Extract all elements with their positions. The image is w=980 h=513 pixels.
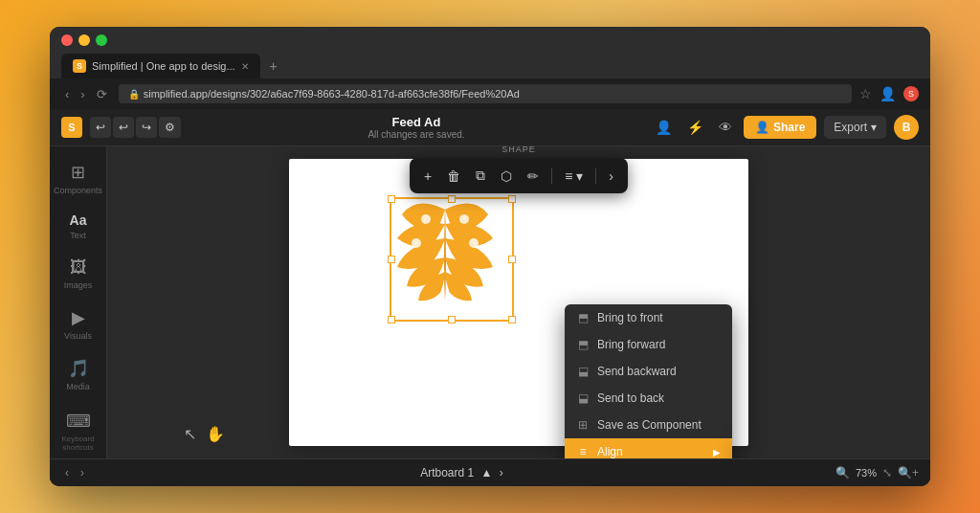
tab-bar: S Simplified | One app to desig... ✕ + [61, 54, 919, 78]
nav-forward-button[interactable]: › [77, 85, 88, 103]
copy-element-button[interactable]: ⧉ [471, 164, 490, 188]
eye-icon[interactable]: 👁 [715, 118, 736, 137]
lock-icon: 🔒 [128, 89, 140, 100]
export-arrow-icon: ▾ [871, 121, 877, 134]
context-menu-align[interactable]: ≡ Align ▶ ⬒ Top [565, 438, 732, 458]
bookmark-icon[interactable]: ☆ [859, 86, 872, 101]
project-title: Feed Ad [392, 115, 441, 129]
browser-chrome: S Simplified | One app to desig... ✕ + [50, 27, 930, 78]
app-content: S ↩ ↩ ↪ ⚙ Feed Ad All changes are saved.… [50, 109, 930, 486]
artboard-expand-icon[interactable]: › [500, 466, 503, 480]
tool-indicators: ↖ ✋ [184, 425, 225, 443]
leaf-svg [388, 195, 502, 310]
tab-title: Simplified | One app to desig... [92, 60, 235, 72]
context-menu-bring-to-front[interactable]: ⬒ Bring to front [565, 304, 732, 331]
sidebar-label-images: Images [64, 280, 93, 290]
traffic-light-yellow[interactable] [78, 34, 90, 46]
zoom-controls: 🔍 73% ⤡ 🔍+ [835, 466, 919, 480]
prev-artboard-button[interactable]: ‹ [61, 464, 73, 481]
browser-tab[interactable]: S Simplified | One app to desig... ✕ [61, 54, 260, 78]
text-icon: Aa [70, 212, 87, 228]
align-label: Align [597, 445, 623, 458]
send-backward-icon: ⬓ [576, 365, 590, 378]
next-artboard-button[interactable]: › [77, 464, 88, 481]
traffic-lights [61, 34, 919, 46]
sidebar-item-media[interactable]: 🎵 Media [54, 350, 103, 399]
layers-button[interactable]: ≡ ▾ [560, 165, 588, 188]
fit-screen-button[interactable]: ⤡ [882, 466, 892, 480]
bring-forward-label: Bring forward [597, 338, 665, 351]
more-button[interactable]: › [604, 165, 618, 188]
context-menu: ⬒ Bring to front ⬒ Bring forward ⬓ Send … [565, 304, 732, 458]
zoom-level: 73% [856, 467, 877, 479]
bring-forward-icon: ⬒ [576, 338, 590, 351]
context-menu-save-component[interactable]: ⊞ Save as Component [565, 412, 732, 438]
context-menu-send-backward[interactable]: ⬓ Send backward [565, 358, 732, 385]
artboard-name: Artboard 1 ▲ › [96, 466, 828, 480]
sidebar-label-components: Components [54, 186, 102, 195]
lightning-icon[interactable]: ⚡ [683, 118, 707, 137]
context-menu-bring-forward[interactable]: ⬒ Bring forward [565, 331, 732, 358]
components-icon: ⊞ [71, 162, 85, 183]
toolbar-nav: ↩ ↩ ↪ ⚙ [90, 117, 181, 138]
link-element-button[interactable]: ⬡ [496, 165, 517, 188]
traffic-light-green[interactable] [96, 34, 107, 46]
send-to-back-icon: ⬓ [576, 391, 590, 405]
share-button[interactable]: 👤 Share [744, 116, 816, 139]
app-toolbar: S ↩ ↩ ↪ ⚙ Feed Ad All changes are saved.… [50, 109, 930, 146]
tab-close-icon[interactable]: ✕ [241, 61, 249, 72]
bring-to-front-label: Bring to front [597, 311, 663, 324]
canvas-area[interactable]: SHAPE + 🗑 ⧉ ⬡ ✏ ≡ ▾ › [107, 146, 930, 458]
browser-actions: ☆ 👤 S [859, 86, 919, 101]
url-field[interactable]: 🔒 simplified.app/designs/302/a6ac7f69-86… [119, 84, 852, 103]
hand-icon: ✋ [206, 425, 225, 443]
white-canvas[interactable]: ⬒ Bring to front ⬒ Bring forward ⬓ Send … [289, 159, 748, 446]
send-backward-label: Send backward [597, 365, 677, 378]
sidebar-label-text: Text [70, 231, 86, 240]
context-menu-send-to-back[interactable]: ⬓ Send to back [565, 385, 732, 412]
toolbar-divider [551, 168, 552, 184]
align-arrow-icon: ▶ [713, 447, 721, 457]
nav-back-button[interactable]: ‹ [61, 85, 73, 103]
zoom-out-button[interactable]: 🔍 [835, 466, 850, 480]
traffic-light-red[interactable] [61, 34, 73, 46]
left-sidebar: ⊞ Components Aa Text 🖼 Images ▶ Visuals … [50, 146, 107, 458]
tab-favicon: S [73, 59, 86, 73]
align-icon: ≡ [576, 445, 590, 458]
sidebar-item-text[interactable]: Aa Text [54, 205, 103, 248]
user-avatar[interactable]: B [894, 115, 919, 140]
settings-button[interactable]: ⚙ [159, 117, 181, 138]
nav-buttons: ‹ › ⟳ [61, 85, 111, 103]
sidebar-item-components[interactable]: ⊞ Components [54, 154, 103, 203]
sidebar-label-media: Media [66, 382, 90, 391]
svg-point-2 [469, 238, 479, 248]
sidebar-item-images[interactable]: 🖼 Images [54, 250, 103, 298]
save-component-label: Save as Component [597, 418, 702, 432]
artboard-up-icon[interactable]: ▲ [481, 466, 493, 480]
sidebar-item-keyboard[interactable]: ⌨ Keyboardshortcuts [54, 403, 103, 458]
profile-icon[interactable]: 👤 [880, 86, 896, 101]
undo-button[interactable]: ↩ [113, 117, 134, 138]
extension-icon[interactable]: S [903, 86, 919, 101]
delete-element-button[interactable]: 🗑 [442, 165, 465, 188]
export-button[interactable]: Export ▾ [824, 116, 886, 139]
nav-refresh-button[interactable]: ⟳ [93, 85, 111, 103]
app-logo: S [61, 117, 82, 138]
back-button[interactable]: ↩ [90, 117, 111, 138]
add-element-button[interactable]: + [419, 165, 436, 188]
zoom-in-button[interactable]: 🔍+ [898, 466, 919, 480]
media-icon: 🎵 [68, 358, 89, 379]
leaf-image[interactable] [388, 195, 510, 318]
shape-toolbar: SHAPE + 🗑 ⧉ ⬡ ✏ ≡ ▾ › [410, 158, 628, 193]
project-subtitle: All changes are saved. [368, 129, 464, 140]
sidebar-label-keyboard: Keyboardshortcuts [61, 435, 94, 452]
bottom-bar: ‹ › Artboard 1 ▲ › 🔍 73% ⤡ 🔍+ [50, 458, 930, 486]
edit-element-button[interactable]: ✏ [523, 165, 544, 188]
main-area: ⊞ Components Aa Text 🖼 Images ▶ Visuals … [50, 146, 930, 458]
sidebar-item-visuals[interactable]: ▶ Visuals [54, 300, 103, 348]
tab-add-button[interactable]: + [264, 55, 283, 78]
bring-to-front-icon: ⬒ [576, 311, 590, 324]
redo-button[interactable]: ↪ [136, 117, 157, 138]
cursor-icon: ↖ [184, 425, 196, 443]
user-initial: B [902, 121, 911, 134]
